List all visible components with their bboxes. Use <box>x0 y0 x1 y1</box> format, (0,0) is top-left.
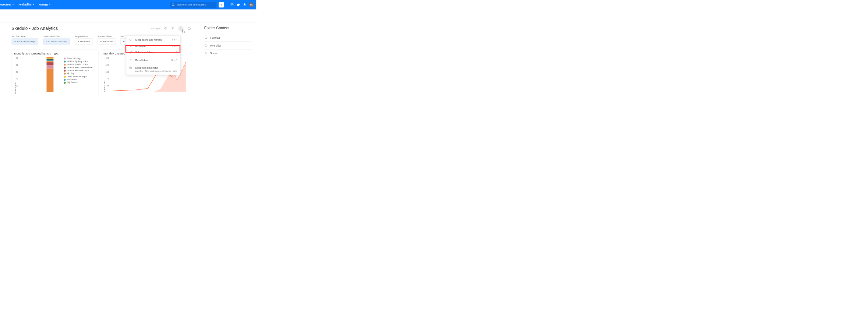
menu-schedule-delivery[interactable]: Schedule delivery ⌥⇧S <box>126 49 180 55</box>
global-search[interactable] <box>169 2 216 8</box>
shortcut-text: ⌘⌥R <box>171 59 178 61</box>
filter-icon[interactable] <box>171 27 174 30</box>
svg-point-1 <box>231 3 233 6</box>
chart-title: Monthly Job Created by Job Type <box>14 52 96 55</box>
legend-item[interactable]: Hackathon <box>64 78 92 81</box>
divider <box>227 2 227 7</box>
filter-region-name[interactable]: is any value <box>74 39 93 45</box>
folder-item-favorites[interactable]: Favorites <box>204 34 252 42</box>
chevron-down-icon: ▼ <box>12 4 14 5</box>
send-icon <box>129 51 132 54</box>
filter-label: Job Start Time <box>11 35 38 37</box>
shortcut-text: ⌥⇧S <box>172 51 178 54</box>
nav-item-sources[interactable]: esources ▼ <box>0 3 14 6</box>
divider <box>126 64 180 64</box>
shortcut-text: ⇧⌘↵ <box>172 38 178 41</box>
filter-label: Region Name <box>74 35 93 37</box>
folder-panel-title: Folder Content <box>204 26 252 30</box>
svg-point-4 <box>181 29 181 30</box>
page-title: Skedulo - Job Analytics <box>11 26 58 31</box>
globe-icon <box>129 66 132 69</box>
legend-item[interactable]: Visit the Ho Chi Minh office <box>64 66 92 69</box>
shared-folder-icon <box>205 52 208 55</box>
menu-download[interactable]: Download ⇧⌘D <box>126 43 180 49</box>
legend-item[interactable]: Learn about Sunlight <box>64 75 92 78</box>
folder-icon[interactable] <box>188 27 191 30</box>
star-folder-icon <box>205 36 208 39</box>
bell-icon[interactable] <box>243 3 247 7</box>
filter-account-name[interactable]: is any value <box>97 39 116 45</box>
refresh-icon[interactable] <box>163 27 167 30</box>
legend-item[interactable]: Visit the Brisbane office <box>64 69 92 72</box>
chevron-down-icon: ▼ <box>49 4 51 5</box>
nav-item-availability[interactable]: Availability ▼ <box>19 3 34 6</box>
legend-item[interactable]: Zoom meeting <box>64 57 92 60</box>
download-icon <box>129 44 132 47</box>
chevron-down-icon: ▼ <box>33 4 34 5</box>
stacked-bar[interactable] <box>46 57 54 92</box>
user-avatar[interactable]: EK <box>249 2 254 7</box>
menu-reset-filters[interactable]: Reset filters ⌘⌥R <box>126 57 180 63</box>
svg-point-0 <box>172 4 174 5</box>
filter-label: Job Created Date <box>43 35 70 37</box>
filter-icon <box>129 58 132 62</box>
folder-item-shared[interactable]: Shared <box>204 49 252 57</box>
legend-item[interactable]: Meeting <box>64 72 92 75</box>
dashboard-actions-menu: Clear cache and refresh ⇧⌘↵ Download ⇧⌘D… <box>126 35 180 75</box>
search-input[interactable] <box>177 3 215 6</box>
folder-item-my-folder[interactable]: My Folder <box>204 42 252 50</box>
menu-clear-cache[interactable]: Clear cache and refresh ⇧⌘↵ <box>126 36 180 43</box>
svg-point-2 <box>181 27 181 28</box>
shortcut-text: ⇧⌘D <box>172 45 178 47</box>
chart-legend: Zoom meetingVisit the Sydney officeVisit… <box>64 57 92 94</box>
filter-job-created-date[interactable]: is in the last 90 days <box>43 39 70 45</box>
svg-point-3 <box>181 28 181 29</box>
folder-content-panel: Folder Content FavoritesMy FolderShared <box>201 23 256 95</box>
last-updated-text: 17m ago <box>151 27 160 30</box>
nav-item-manage[interactable]: Manage ▼ <box>39 3 51 6</box>
sync-icon[interactable] <box>230 3 234 7</box>
legend-item[interactable]: Visit the Sydney office <box>64 60 92 63</box>
folder-icon <box>205 44 208 47</box>
y-axis-label: Count of Jobs <box>14 81 16 94</box>
legend-item[interactable]: EQ: Sustain <box>64 81 92 84</box>
cursor-pointer-icon <box>182 30 185 33</box>
search-icon <box>171 3 175 7</box>
top-navbar: esources ▼ Availability ▼ Manage ▼ <box>0 0 256 9</box>
chart-monthly-job-by-type: Monthly Job Created by Job Type Count of… <box>11 49 99 95</box>
refresh-icon <box>129 38 132 41</box>
chat-icon[interactable] <box>236 3 240 7</box>
menu-timezone-sub: America - New York, unless otherwise not… <box>126 70 180 72</box>
y-axis-label: Count of Jobs <box>103 79 106 92</box>
add-button[interactable] <box>219 2 224 7</box>
filter-job-start-time[interactable]: is in the last 90 days <box>11 39 38 45</box>
divider <box>126 56 180 56</box>
filter-label: Account Name <box>97 35 116 37</box>
legend-item[interactable]: Visit the London office <box>64 63 92 66</box>
sub-header-blank <box>0 9 256 22</box>
